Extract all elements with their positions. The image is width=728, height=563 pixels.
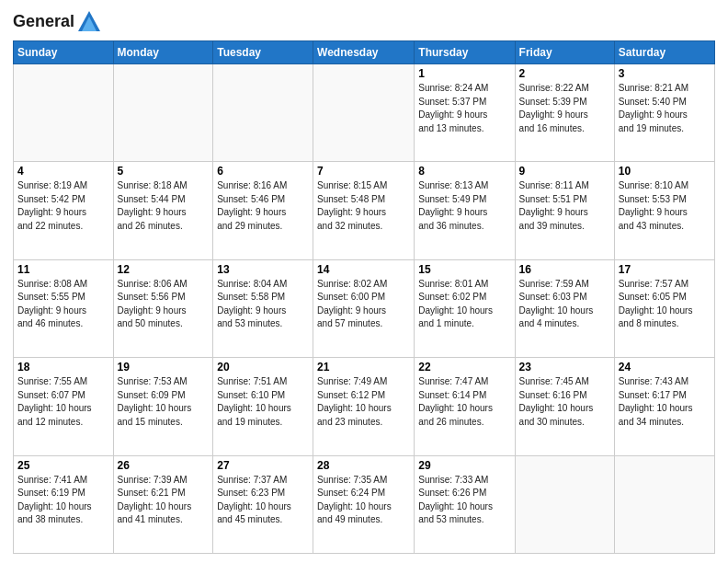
calendar-cell: 28Sunrise: 7:35 AMSunset: 6:24 PMDayligh…	[313, 455, 415, 553]
calendar-cell: 25Sunrise: 7:41 AMSunset: 6:19 PMDayligh…	[14, 455, 114, 553]
calendar-cell: 12Sunrise: 8:06 AMSunset: 5:56 PMDayligh…	[113, 259, 213, 357]
day-info: Sunrise: 7:35 AMSunset: 6:24 PMDaylight:…	[317, 474, 410, 527]
day-info: Sunrise: 7:47 AMSunset: 6:14 PMDaylight:…	[418, 375, 510, 429]
calendar-cell: 6Sunrise: 8:16 AMSunset: 5:46 PMDaylight…	[213, 162, 313, 259]
calendar-cell: 14Sunrise: 8:02 AMSunset: 6:00 PMDayligh…	[313, 259, 415, 357]
day-number: 21	[317, 361, 410, 373]
day-number: 18	[17, 361, 109, 373]
day-number: 13	[217, 263, 309, 276]
day-number: 16	[519, 263, 610, 276]
day-info: Sunrise: 8:16 AMSunset: 5:46 PMDaylight:…	[217, 179, 309, 233]
calendar-cell: 2Sunrise: 8:22 AMSunset: 5:39 PMDaylight…	[515, 64, 614, 162]
calendar-cell: 20Sunrise: 7:51 AMSunset: 6:10 PMDayligh…	[213, 358, 313, 455]
calendar-header-tuesday: Tuesday	[213, 41, 313, 64]
calendar-cell: 11Sunrise: 8:08 AMSunset: 5:55 PMDayligh…	[14, 259, 114, 357]
calendar-cell: 23Sunrise: 7:45 AMSunset: 6:16 PMDayligh…	[515, 358, 614, 455]
day-number: 8	[418, 165, 510, 178]
day-number: 1	[418, 67, 510, 80]
calendar-cell: 19Sunrise: 7:53 AMSunset: 6:09 PMDayligh…	[113, 358, 213, 455]
calendar-header-row: SundayMondayTuesdayWednesdayThursdayFrid…	[14, 41, 715, 64]
page: General SundayMondayTuesdayWednesdayThur…	[0, 0, 728, 563]
day-info: Sunrise: 8:21 AMSunset: 5:40 PMDaylight:…	[619, 82, 711, 135]
day-number: 29	[418, 459, 510, 472]
day-number: 19	[118, 361, 210, 373]
calendar-cell: 26Sunrise: 7:39 AMSunset: 6:21 PMDayligh…	[113, 455, 213, 553]
calendar-cell	[515, 455, 614, 553]
calendar-header-wednesday: Wednesday	[313, 41, 415, 64]
calendar-week-row-1: 4Sunrise: 8:19 AMSunset: 5:42 PMDaylight…	[14, 162, 715, 259]
day-number: 24	[619, 361, 711, 373]
calendar-cell: 27Sunrise: 7:37 AMSunset: 6:23 PMDayligh…	[213, 455, 313, 553]
calendar-header-thursday: Thursday	[415, 41, 515, 64]
day-info: Sunrise: 8:13 AMSunset: 5:49 PMDaylight:…	[418, 179, 510, 233]
day-number: 4	[17, 165, 109, 178]
calendar-cell: 18Sunrise: 7:55 AMSunset: 6:07 PMDayligh…	[14, 358, 114, 455]
calendar-header-friday: Friday	[515, 41, 614, 64]
day-number: 17	[619, 263, 711, 276]
calendar-cell: 9Sunrise: 8:11 AMSunset: 5:51 PMDaylight…	[515, 162, 614, 259]
day-number: 2	[519, 67, 610, 80]
day-number: 7	[317, 165, 410, 178]
day-info: Sunrise: 8:08 AMSunset: 5:55 PMDaylight:…	[17, 278, 109, 331]
day-number: 26	[118, 459, 210, 472]
day-info: Sunrise: 7:45 AMSunset: 6:16 PMDaylight:…	[519, 375, 610, 429]
day-info: Sunrise: 8:02 AMSunset: 6:00 PMDaylight:…	[317, 278, 410, 331]
calendar-cell: 1Sunrise: 8:24 AMSunset: 5:37 PMDaylight…	[415, 64, 515, 162]
day-info: Sunrise: 8:10 AMSunset: 5:53 PMDaylight:…	[619, 179, 711, 233]
calendar-cell: 24Sunrise: 7:43 AMSunset: 6:17 PMDayligh…	[614, 358, 714, 455]
calendar-cell	[614, 455, 714, 553]
day-number: 9	[519, 165, 610, 178]
calendar-cell: 4Sunrise: 8:19 AMSunset: 5:42 PMDaylight…	[14, 162, 114, 259]
calendar-cell: 29Sunrise: 7:33 AMSunset: 6:26 PMDayligh…	[415, 455, 515, 553]
day-number: 3	[619, 67, 711, 80]
calendar-cell: 17Sunrise: 7:57 AMSunset: 6:05 PMDayligh…	[614, 259, 714, 357]
day-number: 25	[17, 459, 109, 472]
day-info: Sunrise: 7:49 AMSunset: 6:12 PMDaylight:…	[317, 375, 410, 429]
day-info: Sunrise: 7:59 AMSunset: 6:03 PMDaylight:…	[519, 278, 610, 331]
calendar-week-row-0: 1Sunrise: 8:24 AMSunset: 5:37 PMDaylight…	[14, 64, 715, 162]
day-info: Sunrise: 7:57 AMSunset: 6:05 PMDaylight:…	[619, 278, 711, 331]
calendar-header-saturday: Saturday	[614, 41, 714, 64]
day-info: Sunrise: 7:53 AMSunset: 6:09 PMDaylight:…	[118, 375, 210, 429]
calendar-header-monday: Monday	[113, 41, 213, 64]
day-info: Sunrise: 7:37 AMSunset: 6:23 PMDaylight:…	[217, 474, 309, 527]
day-info: Sunrise: 8:04 AMSunset: 5:58 PMDaylight:…	[217, 278, 309, 331]
day-number: 10	[619, 165, 711, 178]
calendar-cell: 8Sunrise: 8:13 AMSunset: 5:49 PMDaylight…	[415, 162, 515, 259]
calendar-week-row-4: 25Sunrise: 7:41 AMSunset: 6:19 PMDayligh…	[14, 455, 715, 553]
day-number: 20	[217, 361, 309, 373]
calendar-week-row-2: 11Sunrise: 8:08 AMSunset: 5:55 PMDayligh…	[14, 259, 715, 357]
calendar-cell: 21Sunrise: 7:49 AMSunset: 6:12 PMDayligh…	[313, 358, 415, 455]
day-number: 5	[118, 165, 210, 178]
day-info: Sunrise: 7:39 AMSunset: 6:21 PMDaylight:…	[118, 474, 210, 527]
day-info: Sunrise: 8:24 AMSunset: 5:37 PMDaylight:…	[418, 82, 510, 135]
calendar-cell: 22Sunrise: 7:47 AMSunset: 6:14 PMDayligh…	[415, 358, 515, 455]
day-info: Sunrise: 8:19 AMSunset: 5:42 PMDaylight:…	[17, 179, 109, 233]
calendar-cell: 3Sunrise: 8:21 AMSunset: 5:40 PMDaylight…	[614, 64, 714, 162]
day-info: Sunrise: 8:22 AMSunset: 5:39 PMDaylight:…	[519, 82, 610, 135]
day-info: Sunrise: 7:43 AMSunset: 6:17 PMDaylight:…	[619, 375, 711, 429]
header: General	[13, 9, 715, 35]
day-number: 28	[317, 459, 410, 472]
day-number: 14	[317, 263, 410, 276]
calendar-cell: 13Sunrise: 8:04 AMSunset: 5:58 PMDayligh…	[213, 259, 313, 357]
calendar-cell: 16Sunrise: 7:59 AMSunset: 6:03 PMDayligh…	[515, 259, 614, 357]
day-info: Sunrise: 8:11 AMSunset: 5:51 PMDaylight:…	[519, 179, 610, 233]
logo-icon	[76, 9, 102, 35]
day-info: Sunrise: 7:41 AMSunset: 6:19 PMDaylight:…	[17, 474, 109, 527]
calendar-cell	[213, 64, 313, 162]
day-info: Sunrise: 8:06 AMSunset: 5:56 PMDaylight:…	[118, 278, 210, 331]
calendar-cell: 5Sunrise: 8:18 AMSunset: 5:44 PMDaylight…	[113, 162, 213, 259]
day-info: Sunrise: 7:55 AMSunset: 6:07 PMDaylight:…	[17, 375, 109, 429]
day-number: 11	[17, 263, 109, 276]
day-info: Sunrise: 8:01 AMSunset: 6:02 PMDaylight:…	[418, 278, 510, 331]
day-number: 6	[217, 165, 309, 178]
calendar-cell	[14, 64, 114, 162]
day-info: Sunrise: 7:51 AMSunset: 6:10 PMDaylight:…	[217, 375, 309, 429]
day-number: 23	[519, 361, 610, 373]
calendar-cell: 10Sunrise: 8:10 AMSunset: 5:53 PMDayligh…	[614, 162, 714, 259]
day-number: 15	[418, 263, 510, 276]
day-number: 27	[217, 459, 309, 472]
day-info: Sunrise: 8:15 AMSunset: 5:48 PMDaylight:…	[317, 179, 410, 233]
calendar-week-row-3: 18Sunrise: 7:55 AMSunset: 6:07 PMDayligh…	[14, 358, 715, 455]
